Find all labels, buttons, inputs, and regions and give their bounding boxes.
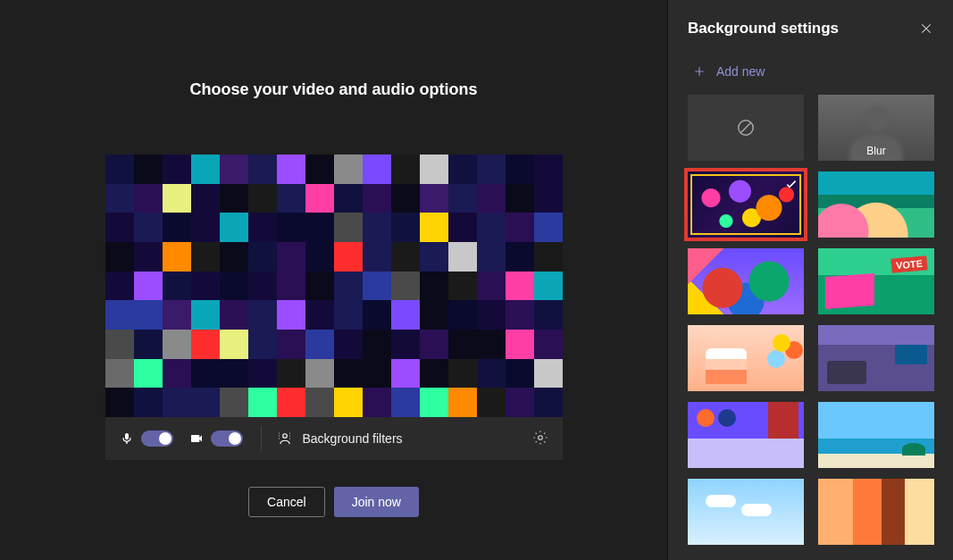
camera-icon — [188, 430, 205, 447]
background-option-living-room[interactable] — [818, 325, 934, 391]
blur-label: Blur — [818, 145, 934, 157]
background-option-bokeh-lights[interactable] — [688, 171, 804, 238]
camera-toggle[interactable] — [211, 430, 243, 447]
background-option-birthday-cake[interactable] — [688, 325, 804, 391]
background-option-blur[interactable]: Blur — [818, 95, 934, 161]
cancel-button[interactable]: Cancel — [248, 487, 325, 517]
device-settings-button[interactable] — [532, 430, 550, 447]
page-title: Choose your video and audio options — [189, 80, 477, 99]
video-preview — [105, 155, 563, 417]
microphone-toggle[interactable] — [141, 430, 173, 447]
background-option-vote-collage[interactable] — [818, 248, 934, 314]
background-option-colorful-hands[interactable] — [688, 248, 804, 314]
action-row: Cancel Join now — [248, 487, 419, 517]
add-new-button[interactable]: Add new — [668, 38, 953, 95]
background-option-blue-sky[interactable] — [688, 479, 804, 545]
background-option-none[interactable] — [688, 95, 804, 161]
divider — [261, 426, 262, 451]
svg-point-0 — [282, 434, 287, 439]
selected-check-icon — [784, 177, 798, 191]
plus-icon — [693, 65, 706, 78]
join-now-button[interactable]: Join now — [334, 487, 419, 517]
background-settings-panel: Background settings Add new Blur — [667, 0, 953, 560]
background-option-abstract-wave[interactable] — [818, 171, 934, 238]
background-option-tropical-beach[interactable] — [818, 402, 934, 468]
microphone-icon — [118, 430, 136, 447]
no-background-icon — [736, 118, 756, 138]
background-option-shapes-shelf[interactable] — [688, 402, 804, 468]
svg-point-1 — [538, 436, 542, 440]
panel-title: Background settings — [688, 20, 839, 38]
preview-controls-bar: Background filters — [105, 417, 563, 460]
close-panel-button[interactable] — [919, 21, 933, 36]
prejoin-main: Choose your video and audio options — [0, 0, 667, 560]
background-filters-label: Background filters — [303, 431, 403, 446]
background-option-canyon[interactable] — [818, 479, 934, 545]
background-grid-scroll[interactable]: Blur — [668, 95, 953, 560]
background-filters-button[interactable]: Background filters — [271, 430, 403, 447]
background-filters-icon — [276, 430, 294, 447]
add-new-label: Add new — [716, 64, 765, 79]
